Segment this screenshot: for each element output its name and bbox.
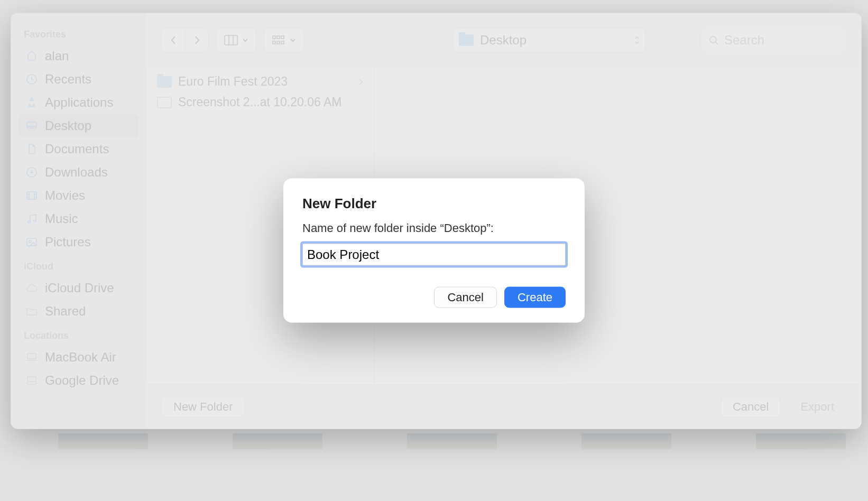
sidebar-item-label: Google Drive (45, 373, 119, 388)
sidebar-item-music[interactable]: Music (19, 207, 139, 230)
folder-icon (157, 76, 172, 88)
chevron-right-icon (193, 35, 201, 45)
image-file-icon (157, 97, 172, 108)
modal-actions: Cancel Create (302, 287, 566, 308)
download-icon (25, 165, 39, 179)
svg-point-17 (710, 36, 716, 43)
sidebar-item-documents[interactable]: Documents (19, 137, 139, 161)
file-row-image[interactable]: Screenshot 2...at 10.20.06 AM (146, 92, 374, 113)
sidebar-item-google-drive[interactable]: Google Drive (19, 369, 139, 392)
sidebar-item-icloud-drive[interactable]: iCloud Drive (19, 276, 139, 300)
sidebar-item-desktop[interactable]: Desktop (19, 114, 139, 137)
background-thumbnail (58, 433, 148, 449)
disk-icon (25, 374, 39, 387)
sidebar-item-applications[interactable]: Applications (19, 91, 139, 114)
sidebar-item-label: Desktop (45, 118, 91, 133)
pictures-icon (25, 235, 39, 249)
sidebar-item-downloads[interactable]: Downloads (19, 161, 139, 184)
sidebar-item-label: Downloads (45, 165, 108, 180)
modal-cancel-button[interactable]: Cancel (434, 287, 496, 308)
background-thumbnail (756, 433, 846, 449)
file-row-folder[interactable]: Euro Film Fest 2023 (146, 71, 374, 92)
background-thumbnail (581, 433, 671, 449)
forward-button[interactable] (185, 28, 208, 52)
cancel-button[interactable]: Cancel (721, 396, 781, 418)
nav-back-forward (161, 27, 209, 53)
sidebar-section-title-favorites: Favorites (24, 29, 134, 40)
sidebar-item-label: MacBook Air (45, 350, 116, 365)
modal-prompt: Name of new folder inside “Desktop”: (302, 221, 566, 235)
music-icon (25, 212, 39, 226)
sidebar: Favorites alan Recents Applications Desk… (11, 13, 146, 429)
search-placeholder: Search (724, 33, 764, 48)
sidebar-item-recents[interactable]: Recents (19, 68, 139, 91)
svg-rect-10 (225, 35, 237, 45)
search-field[interactable]: Search (700, 27, 846, 53)
laptop-icon (25, 350, 39, 364)
folder-icon (459, 34, 474, 46)
new-folder-modal: New Folder Name of new folder inside “De… (283, 179, 585, 323)
svg-point-7 (29, 240, 31, 243)
toolbar: Desktop Search (146, 13, 861, 67)
chevron-left-icon (169, 35, 178, 45)
sidebar-item-pictures[interactable]: Pictures (19, 230, 139, 254)
search-icon (708, 35, 719, 45)
svg-rect-8 (27, 354, 36, 359)
svg-rect-14 (273, 41, 275, 44)
svg-rect-9 (27, 377, 36, 384)
new-folder-button[interactable]: New Folder (161, 396, 245, 418)
folder-name-input[interactable] (302, 244, 566, 266)
columns-icon (224, 35, 238, 45)
sidebar-item-label: Shared (45, 304, 86, 319)
sidebar-item-movies[interactable]: Movies (19, 184, 139, 207)
shared-folder-icon (25, 304, 39, 318)
svg-rect-12 (277, 36, 280, 39)
sidebar-item-label: Music (45, 211, 78, 226)
export-button[interactable]: Export (788, 396, 846, 418)
chevron-down-icon (290, 38, 296, 43)
location-label: Desktop (480, 33, 527, 48)
button-label: Cancel (447, 291, 483, 304)
up-down-icon (634, 36, 640, 44)
svg-rect-11 (273, 36, 275, 39)
sidebar-item-label: Documents (45, 142, 109, 156)
view-columns-button[interactable] (216, 27, 256, 53)
group-by-button[interactable] (264, 27, 304, 53)
document-icon (25, 142, 39, 156)
chevron-right-icon (357, 78, 364, 86)
background-thumbnail-strip (58, 433, 847, 449)
button-label: Create (518, 291, 552, 304)
sidebar-item-macbook-air[interactable]: MacBook Air (19, 346, 139, 369)
modal-title: New Folder (302, 196, 566, 212)
sidebar-item-label: Recents (45, 72, 91, 87)
svg-rect-15 (277, 41, 280, 44)
background-thumbnail (407, 433, 497, 449)
location-popup[interactable]: Desktop (453, 27, 645, 53)
cloud-icon (25, 281, 39, 295)
home-icon (25, 49, 39, 63)
file-name: Euro Film Fest 2023 (178, 75, 288, 89)
svg-rect-3 (27, 192, 36, 199)
sidebar-section-title-locations: Locations (24, 330, 134, 341)
chevron-down-icon (242, 38, 248, 43)
sidebar-item-shared[interactable]: Shared (19, 300, 139, 323)
file-name: Screenshot 2...at 10.20.06 AM (178, 95, 341, 109)
button-label: New Folder (173, 400, 233, 414)
sidebar-item-label: Pictures (45, 235, 91, 249)
button-label: Export (800, 400, 834, 414)
clock-icon (25, 72, 39, 86)
svg-point-4 (28, 221, 30, 223)
back-button[interactable] (162, 28, 185, 52)
panel-footer: New Folder Cancel Export (146, 384, 861, 429)
sidebar-item-label: Applications (45, 95, 113, 110)
sidebar-item-label: Movies (45, 188, 85, 203)
modal-create-button[interactable]: Create (504, 287, 566, 308)
sidebar-item-label: alan (45, 49, 69, 63)
apps-icon (25, 96, 39, 109)
svg-point-5 (34, 220, 36, 222)
movie-icon (25, 189, 39, 202)
sidebar-item-label: iCloud Drive (45, 281, 114, 295)
svg-rect-1 (27, 122, 36, 128)
sidebar-item-home[interactable]: alan (19, 44, 139, 68)
desktop-icon (25, 119, 39, 133)
